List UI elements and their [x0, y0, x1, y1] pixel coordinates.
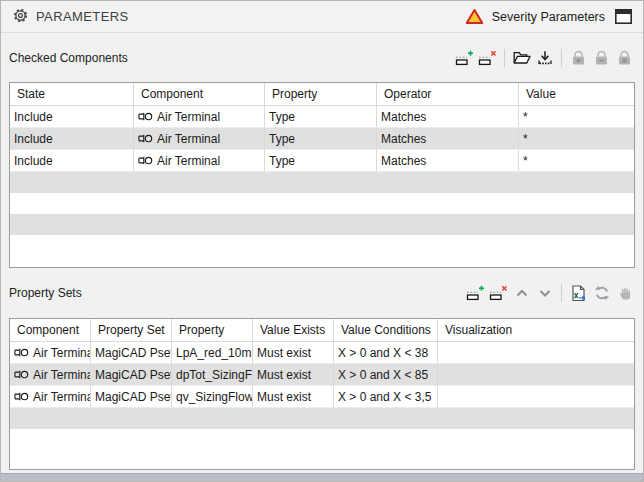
basket-plus-button[interactable]	[568, 48, 589, 68]
toolbar-separator	[504, 49, 505, 67]
add-row-button[interactable]	[454, 48, 475, 68]
toolbar-separator	[561, 284, 562, 302]
empty-row-stripe	[10, 408, 634, 429]
value-exists-cell[interactable]: Must exist	[253, 364, 334, 385]
property-cell[interactable]: LpA_red_10m2_s...	[172, 342, 253, 363]
value-conditions-cell[interactable]: X > 0 and X < 3,5	[334, 386, 438, 407]
column-header-property: Property	[172, 319, 253, 341]
severity-warning-triangle-icon[interactable]	[465, 8, 484, 25]
value-conditions-cell[interactable]: X > 0 and X < 38	[334, 342, 438, 363]
empty-row-stripe	[10, 172, 634, 193]
excel-export-button[interactable]	[568, 283, 589, 303]
remove-row-button[interactable]	[488, 283, 509, 303]
component-cell[interactable]: Air Terminal	[134, 106, 265, 127]
value-cell[interactable]: *	[519, 106, 634, 127]
air-terminal-icon	[138, 111, 153, 122]
operator-cell[interactable]: Matches	[377, 150, 519, 171]
table-row[interactable]: Include Air Terminal Type Matches *	[10, 128, 634, 150]
operator-cell[interactable]: Matches	[377, 128, 519, 149]
component-cell-label: Air Terminal	[157, 154, 220, 168]
move-down-button[interactable]	[534, 283, 555, 303]
checked-components-label: Checked Components	[9, 51, 128, 65]
empty-row-stripe	[10, 214, 634, 235]
hand-button[interactable]	[614, 283, 635, 303]
property-cell[interactable]: dpTot_SizingFlo...	[172, 364, 253, 385]
gear-icon	[12, 7, 29, 27]
table-header-row: Component Property Set Property Value Ex…	[10, 319, 634, 342]
parameters-panel: PARAMETERS Severity Parameters Checked C…	[0, 0, 644, 482]
severity-parameters-label: Severity Parameters	[492, 10, 605, 24]
checked-components-table: State Component Property Operator Value …	[9, 82, 635, 268]
import-button[interactable]	[534, 48, 555, 68]
refresh-button[interactable]	[591, 283, 612, 303]
table-row[interactable]: Include Air Terminal Type Matches *	[10, 150, 634, 172]
column-header-property-set: Property Set	[91, 319, 172, 341]
property-cell[interactable]: Type	[265, 128, 377, 149]
component-cell[interactable]: Air Terminal	[10, 342, 91, 363]
state-cell[interactable]: Include	[10, 106, 134, 127]
column-header-state: State	[10, 83, 134, 105]
property-cell[interactable]: qv_SizingFlow_ms	[172, 386, 253, 407]
property-sets-label: Property Sets	[9, 286, 82, 300]
panel-title: PARAMETERS	[36, 9, 129, 24]
component-cell-label: Air Terminal	[33, 390, 91, 404]
component-cell[interactable]: Air Terminal	[10, 364, 91, 385]
column-header-value: Value	[519, 83, 634, 105]
checked-components-toolbar	[454, 48, 635, 68]
table-empty-area	[10, 429, 634, 469]
toolbar-separator	[561, 49, 562, 67]
visualization-cell[interactable]	[438, 386, 634, 407]
move-up-button[interactable]	[511, 283, 532, 303]
window-layout-button[interactable]	[613, 8, 633, 26]
value-exists-cell[interactable]: Must exist	[253, 386, 334, 407]
value-conditions-cell[interactable]: X > 0 and X < 85	[334, 364, 438, 385]
panel-title-bar: PARAMETERS Severity Parameters	[1, 1, 643, 33]
add-row-button[interactable]	[465, 283, 486, 303]
column-header-component: Component	[10, 319, 91, 341]
panel-bottom-splitter[interactable]	[1, 473, 643, 481]
value-exists-cell[interactable]: Must exist	[253, 342, 334, 363]
property-cell[interactable]: Type	[265, 150, 377, 171]
component-cell[interactable]: Air Terminal	[134, 128, 265, 149]
property-cell[interactable]: Type	[265, 106, 377, 127]
component-cell-label: Air Terminal	[33, 346, 91, 360]
remove-row-button[interactable]	[477, 48, 498, 68]
table-empty-area	[10, 235, 634, 267]
table-row[interactable]: Air Terminal MagiCAD Pset_... LpA_red_10…	[10, 342, 634, 364]
property-sets-table: Component Property Set Property Value Ex…	[9, 318, 635, 470]
basket-equal-button[interactable]	[614, 48, 635, 68]
visualization-cell[interactable]	[438, 364, 634, 385]
air-terminal-icon	[14, 347, 29, 358]
property-set-cell[interactable]: MagiCAD Pset_...	[91, 386, 172, 407]
value-cell[interactable]: *	[519, 128, 634, 149]
air-terminal-icon	[14, 369, 29, 380]
column-header-value-exists: Value Exists	[253, 319, 334, 341]
empty-row-stripe	[10, 193, 634, 214]
column-header-component: Component	[134, 83, 265, 105]
property-sets-toolbar	[465, 283, 635, 303]
table-header-row: State Component Property Operator Value	[10, 83, 634, 106]
table-row[interactable]: Air Terminal MagiCAD Pset_... dpTot_Sizi…	[10, 364, 634, 386]
basket-minus-button[interactable]	[591, 48, 612, 68]
component-cell-label: Air Terminal	[157, 132, 220, 146]
column-header-operator: Operator	[377, 83, 519, 105]
table-row[interactable]: Include Air Terminal Type Matches *	[10, 106, 634, 128]
state-cell[interactable]: Include	[10, 150, 134, 171]
visualization-cell[interactable]	[438, 342, 634, 363]
component-cell[interactable]: Air Terminal	[134, 150, 265, 171]
value-cell[interactable]: *	[519, 150, 634, 171]
air-terminal-icon	[138, 133, 153, 144]
property-set-cell[interactable]: MagiCAD Pset_...	[91, 364, 172, 385]
table-row[interactable]: Air Terminal MagiCAD Pset_... qv_SizingF…	[10, 386, 634, 408]
component-cell-label: Air Terminal	[157, 110, 220, 124]
column-header-visualization: Visualization	[438, 319, 634, 341]
air-terminal-icon	[14, 391, 29, 402]
component-cell[interactable]: Air Terminal	[10, 386, 91, 407]
property-set-cell[interactable]: MagiCAD Pset_...	[91, 342, 172, 363]
property-sets-section-header: Property Sets	[1, 268, 643, 318]
checked-components-section-header: Checked Components	[1, 33, 643, 82]
open-folder-button[interactable]	[511, 48, 532, 68]
state-cell[interactable]: Include	[10, 128, 134, 149]
operator-cell[interactable]: Matches	[377, 106, 519, 127]
component-cell-label: Air Terminal	[33, 368, 91, 382]
